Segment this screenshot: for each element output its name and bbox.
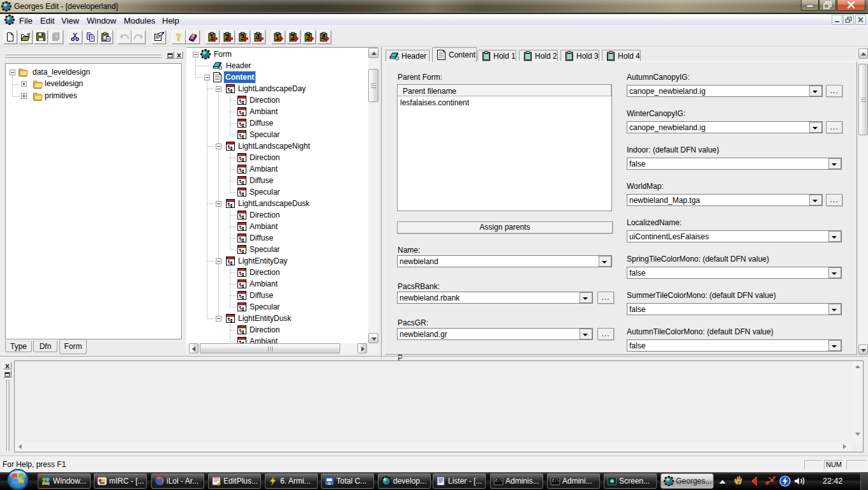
- svg-text:4: 4: [321, 33, 326, 42]
- svg-text:2: 2: [290, 33, 295, 42]
- svg-text:F: F: [737, 480, 740, 486]
- svg-text:1: 1: [275, 33, 280, 42]
- svg-text:?: ?: [176, 32, 181, 42]
- svg-text:3: 3: [306, 33, 310, 42]
- svg-text:?: ?: [192, 33, 195, 38]
